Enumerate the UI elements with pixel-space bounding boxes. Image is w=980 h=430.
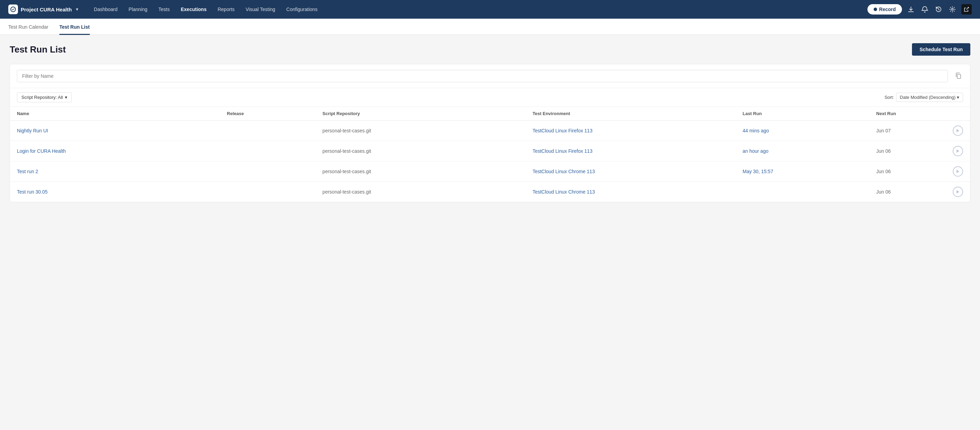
cell-release-2 [220, 161, 316, 182]
col-header-name: Name [10, 107, 220, 121]
table-header-row: Name Release Script Repository Test Envi… [10, 107, 970, 121]
col-header-env: Test Environment [525, 107, 735, 121]
history-icon[interactable] [934, 5, 943, 14]
svg-rect-2 [957, 74, 961, 78]
record-dot-icon [873, 8, 877, 11]
cell-name-2: Test run 2 [10, 161, 220, 182]
notifications-icon[interactable] [920, 5, 929, 14]
project-logo[interactable]: Project CURA Health ▾ [8, 5, 78, 14]
col-header-repo: Script Repository [316, 107, 525, 121]
cell-last-run-2: May 30, 15:57 [735, 161, 869, 182]
filter-label: Script Repository: All [21, 95, 63, 100]
cell-repo-3: personal-test-cases.git [316, 182, 525, 202]
cell-env-0: TestCloud Linux Firefox 113 [525, 121, 735, 141]
cell-repo-0: personal-test-cases.git [316, 121, 525, 141]
cell-action-3 [946, 182, 970, 202]
run-name-link-3[interactable]: Test run 30.05 [17, 189, 48, 195]
external-link-icon[interactable] [961, 4, 972, 14]
cell-last-run-1: an hour ago [735, 141, 869, 161]
logo-icon [8, 5, 18, 14]
play-button-1[interactable] [953, 146, 963, 156]
filter-chevron-icon: ▾ [65, 95, 67, 100]
cell-repo-2: personal-test-cases.git [316, 161, 525, 182]
header: Project CURA Health ▾ Dashboard Planning… [0, 0, 980, 19]
sort-chevron-icon: ▾ [957, 95, 959, 100]
svg-point-1 [952, 9, 953, 10]
col-header-action [946, 107, 970, 121]
header-actions: Record [867, 4, 972, 14]
filter-row: Script Repository: All ▾ Sort: Date Modi… [10, 88, 970, 107]
cell-name-3: Test run 30.05 [10, 182, 220, 202]
play-button-0[interactable] [953, 125, 963, 136]
cell-next-run-0: Jun 07 [870, 121, 946, 141]
project-name: Project CURA Health [21, 6, 72, 13]
page-content: Test Run List Schedule Test Run Script R… [0, 35, 980, 211]
cell-action-0 [946, 121, 970, 141]
play-button-2[interactable] [953, 166, 963, 177]
sort-value: Date Modified (Descending) [900, 95, 956, 100]
search-input[interactable] [17, 70, 948, 82]
nav-configurations[interactable]: Configurations [282, 5, 322, 14]
schedule-test-run-button[interactable]: Schedule Test Run [912, 43, 970, 56]
run-name-link-0[interactable]: Nightly Run UI [17, 128, 48, 133]
table-row: Test run 30.05 personal-test-cases.git T… [10, 182, 970, 202]
script-repository-filter[interactable]: Script Repository: All ▾ [17, 92, 72, 102]
sort-label: Sort: [885, 95, 894, 100]
cell-next-run-1: Jun 06 [870, 141, 946, 161]
cell-name-1: Login for CURA Health [10, 141, 220, 161]
cell-release-3 [220, 182, 316, 202]
cell-repo-1: personal-test-cases.git [316, 141, 525, 161]
col-header-next-run: Next Run [870, 107, 946, 121]
cell-env-2: TestCloud Linux Chrome 113 [525, 161, 735, 182]
page-title: Test Run List [10, 44, 66, 55]
cell-action-2 [946, 161, 970, 182]
cell-release-1 [220, 141, 316, 161]
sort-control: Sort: Date Modified (Descending) ▾ [885, 93, 963, 102]
env-link-2[interactable]: TestCloud Linux Chrome 113 [533, 169, 595, 174]
play-button-3[interactable] [953, 187, 963, 197]
cell-env-3: TestCloud Linux Chrome 113 [525, 182, 735, 202]
cell-env-1: TestCloud Linux Firefox 113 [525, 141, 735, 161]
record-button[interactable]: Record [867, 4, 902, 14]
download-icon[interactable] [906, 5, 916, 14]
runs-table: Name Release Script Repository Test Envi… [10, 107, 970, 202]
run-name-link-2[interactable]: Test run 2 [17, 169, 38, 174]
cell-next-run-2: Jun 06 [870, 161, 946, 182]
env-link-3[interactable]: TestCloud Linux Chrome 113 [533, 189, 595, 195]
cell-name-0: Nightly Run UI [10, 121, 220, 141]
nav-dashboard[interactable]: Dashboard [89, 5, 123, 14]
cell-last-run-3 [735, 182, 869, 202]
col-header-last-run: Last Run [735, 107, 869, 121]
nav-visual-testing[interactable]: Visual Testing [241, 5, 280, 14]
nav-reports[interactable]: Reports [213, 5, 239, 14]
page-header: Test Run List Schedule Test Run [10, 43, 970, 56]
cell-last-run-0: 44 mins ago [735, 121, 869, 141]
main-nav: Dashboard Planning Tests Executions Repo… [89, 5, 867, 14]
table-row: Test run 2 personal-test-cases.git TestC… [10, 161, 970, 182]
run-name-link-1[interactable]: Login for CURA Health [17, 148, 66, 154]
nav-tests[interactable]: Tests [154, 5, 175, 14]
table-row: Login for CURA Health personal-test-case… [10, 141, 970, 161]
tabs-bar: Test Run Calendar Test Run List [0, 19, 980, 35]
env-link-0[interactable]: TestCloud Linux Firefox 113 [533, 128, 593, 133]
sort-dropdown[interactable]: Date Modified (Descending) ▾ [896, 93, 963, 102]
cell-action-1 [946, 141, 970, 161]
project-chevron-icon: ▾ [76, 7, 78, 12]
search-wrap [17, 70, 948, 82]
col-header-release: Release [220, 107, 316, 121]
tab-test-run-list[interactable]: Test Run List [59, 19, 90, 35]
table-toolbar [10, 64, 970, 88]
copy-icon[interactable] [953, 70, 963, 82]
cell-next-run-3: Jun 06 [870, 182, 946, 202]
table-card: Script Repository: All ▾ Sort: Date Modi… [10, 64, 970, 202]
nav-executions[interactable]: Executions [176, 5, 212, 14]
cell-release-0 [220, 121, 316, 141]
table-row: Nightly Run UI personal-test-cases.git T… [10, 121, 970, 141]
tab-test-run-calendar[interactable]: Test Run Calendar [8, 19, 48, 35]
nav-planning[interactable]: Planning [124, 5, 152, 14]
settings-icon[interactable] [948, 5, 957, 14]
env-link-1[interactable]: TestCloud Linux Firefox 113 [533, 148, 593, 154]
